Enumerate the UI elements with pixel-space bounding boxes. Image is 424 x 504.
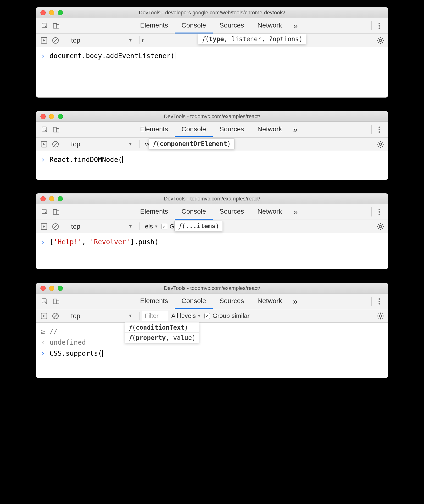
divider xyxy=(64,125,64,134)
window-title: DevTools - developers.google.com/web/too… xyxy=(36,10,388,16)
inspect-icon[interactable] xyxy=(39,206,50,218)
svg-point-32 xyxy=(379,303,380,305)
window-titlebar: DevTools - developers.google.com/web/too… xyxy=(36,7,388,18)
kebab-menu-icon[interactable] xyxy=(374,22,385,29)
kebab-menu-icon[interactable] xyxy=(374,126,385,133)
tab-elements[interactable]: Elements xyxy=(133,18,175,33)
more-tabs-button[interactable]: » xyxy=(289,204,302,220)
minimize-window-button[interactable] xyxy=(49,114,54,119)
signature-tooltip: ƒ(componentOrElement) xyxy=(149,139,235,149)
tab-sources[interactable]: Sources xyxy=(213,18,251,33)
console-gutter-icon: ‹ xyxy=(41,338,50,346)
console-code[interactable]: CSS.supports( xyxy=(50,350,103,357)
execution-context-selector[interactable]: top▼ xyxy=(66,139,137,149)
group-similar-checkbox[interactable] xyxy=(204,313,210,319)
clear-console-icon[interactable] xyxy=(50,311,61,321)
console-body[interactable]: ƒ(type, listener, ?options) › document.b… xyxy=(36,47,388,97)
tab-console[interactable]: Console xyxy=(175,204,213,220)
device-toolbar-icon[interactable] xyxy=(50,296,62,307)
tab-sources[interactable]: Sources xyxy=(213,204,251,220)
device-toolbar-icon[interactable] xyxy=(50,124,62,135)
tab-sources[interactable]: Sources xyxy=(213,294,251,309)
console-code[interactable]: ['Help!', 'Revolver'].push( xyxy=(50,238,159,246)
console-code[interactable]: // xyxy=(50,327,58,335)
tab-network[interactable]: Network xyxy=(251,18,289,33)
minimize-window-button[interactable] xyxy=(49,286,54,291)
inspect-icon[interactable] xyxy=(39,296,50,307)
close-window-button[interactable] xyxy=(40,10,46,15)
console-code[interactable]: undefined xyxy=(50,338,86,346)
more-tabs-button[interactable]: » xyxy=(289,122,302,137)
tab-network[interactable]: Network xyxy=(251,122,289,137)
console-line[interactable]: ‹ undefined xyxy=(36,337,388,348)
log-levels-dropdown[interactable]: els▼ xyxy=(145,223,158,230)
divider xyxy=(64,222,64,230)
console-body[interactable]: ƒ(...items) › ['Help!', 'Revolver'].push… xyxy=(36,233,388,269)
devtools-tabstrip: Elements Console Sources Network » xyxy=(36,204,388,220)
show-console-sidebar-icon[interactable] xyxy=(39,221,49,232)
clear-console-icon[interactable] xyxy=(50,221,61,232)
console-settings-icon[interactable] xyxy=(376,140,385,148)
tab-sources[interactable]: Sources xyxy=(213,122,251,137)
svg-point-12 xyxy=(379,127,380,128)
execution-context-selector[interactable]: top▼ xyxy=(66,221,137,232)
device-toolbar-icon[interactable] xyxy=(50,206,62,218)
console-settings-icon[interactable] xyxy=(376,222,385,231)
console-line[interactable]: › ['Help!', 'Revolver'].push( xyxy=(36,237,388,247)
tab-console[interactable]: Console xyxy=(175,294,213,309)
svg-point-4 xyxy=(379,25,380,27)
execution-context-selector[interactable]: top▼ xyxy=(66,311,137,321)
show-console-sidebar-icon[interactable] xyxy=(39,139,49,149)
group-similar-checkbox[interactable] xyxy=(162,224,167,229)
tab-network[interactable]: Network xyxy=(251,204,289,220)
console-settings-icon[interactable] xyxy=(376,312,385,320)
show-console-sidebar-icon[interactable] xyxy=(39,35,49,45)
more-tabs-button[interactable]: » xyxy=(289,18,302,33)
divider xyxy=(139,312,140,320)
devtools-window: DevTools - developers.google.com/web/too… xyxy=(36,7,388,98)
svg-point-23 xyxy=(379,214,380,215)
tab-elements[interactable]: Elements xyxy=(133,122,175,137)
zoom-window-button[interactable] xyxy=(58,196,63,201)
execution-context-selector[interactable]: top▼ xyxy=(66,35,137,46)
devtools-tabstrip: Elements Console Sources Network » xyxy=(36,122,388,138)
zoom-window-button[interactable] xyxy=(58,10,63,15)
more-tabs-button[interactable]: » xyxy=(289,294,302,309)
close-window-button[interactable] xyxy=(40,114,46,119)
console-code[interactable]: document.body.addEventListener( xyxy=(50,52,175,60)
tab-console[interactable]: Console xyxy=(175,18,213,33)
tab-network[interactable]: Network xyxy=(251,294,289,309)
kebab-menu-icon[interactable] xyxy=(374,208,385,215)
console-line[interactable]: › document.body.addEventListener( xyxy=(36,50,388,61)
minimize-window-button[interactable] xyxy=(49,196,54,201)
zoom-window-button[interactable] xyxy=(58,286,63,291)
console-body[interactable]: ƒ(componentOrElement) › React.findDOMNod… xyxy=(36,151,388,180)
devtools-window: DevTools - todomvc.com/examples/react/ E… xyxy=(36,193,388,269)
tab-elements[interactable]: Elements xyxy=(133,294,175,309)
console-settings-icon[interactable] xyxy=(376,36,385,44)
close-window-button[interactable] xyxy=(40,286,46,291)
tab-console[interactable]: Console xyxy=(175,122,213,137)
console-code[interactable]: React.findDOMNode( xyxy=(50,156,123,164)
clear-console-icon[interactable] xyxy=(50,35,61,45)
console-toolbar: top▼ Filter All levels▼ Group similar xyxy=(36,309,388,323)
kebab-menu-icon[interactable] xyxy=(374,298,385,305)
show-console-sidebar-icon[interactable] xyxy=(39,311,49,321)
tab-elements[interactable]: Elements xyxy=(133,204,175,220)
inspect-icon[interactable] xyxy=(39,124,50,135)
minimize-window-button[interactable] xyxy=(49,10,54,15)
console-line[interactable]: ≥ // xyxy=(36,326,388,337)
window-title: DevTools - todomvc.com/examples/react/ xyxy=(36,196,388,202)
inspect-icon[interactable] xyxy=(39,20,50,31)
console-line[interactable]: › React.findDOMNode( xyxy=(36,154,388,165)
console-body[interactable]: ƒ(conditionText)ƒ(property, value) ≥ // … xyxy=(36,323,388,378)
divider xyxy=(64,21,64,30)
clear-console-icon[interactable] xyxy=(50,139,61,149)
log-levels-dropdown[interactable]: All levels▼ xyxy=(171,312,201,320)
filter-input[interactable]: Filter xyxy=(142,311,168,321)
close-window-button[interactable] xyxy=(40,196,46,201)
device-toolbar-icon[interactable] xyxy=(50,20,62,31)
console-line[interactable]: › CSS.supports( xyxy=(36,348,388,359)
divider xyxy=(139,36,140,44)
zoom-window-button[interactable] xyxy=(58,114,63,119)
